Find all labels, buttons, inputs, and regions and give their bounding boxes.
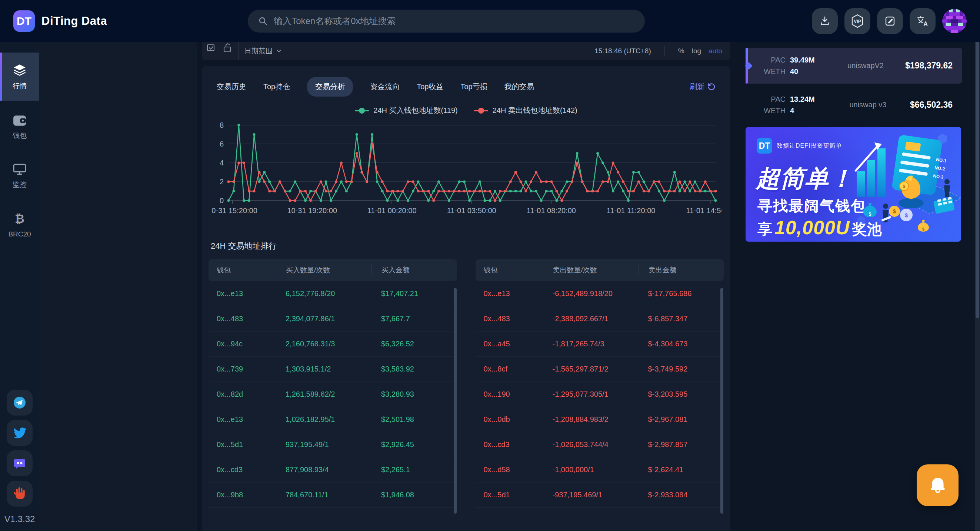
svg-text:10-31 19:20:00: 10-31 19:20:00 bbox=[287, 206, 337, 215]
svg-text:2: 2 bbox=[220, 178, 224, 186]
tab-3[interactable]: 资金流向 bbox=[370, 77, 399, 97]
avatar[interactable] bbox=[942, 9, 967, 33]
table-row[interactable]: 0x...0db-1,208,884.983/2$-2,967.081 bbox=[476, 407, 724, 432]
tab-6[interactable]: 我的交易 bbox=[504, 77, 534, 97]
promo-banner[interactable]: DT 数据让DEFI投资更简单 超简单！ 寻找最阔气钱包 享10,000U奖池 … bbox=[746, 127, 961, 242]
svg-text:10-31 15:20:00: 10-31 15:20:00 bbox=[212, 206, 258, 215]
svg-text:$: $ bbox=[893, 208, 896, 214]
tab-1[interactable]: Top持仓 bbox=[263, 77, 290, 97]
trend-chart[interactable]: 0246810-31 15:20:0010-31 19:20:0011-01 0… bbox=[212, 120, 721, 217]
token-search[interactable] bbox=[248, 10, 645, 33]
telegram-button[interactable] bbox=[7, 390, 33, 415]
token-amount: 4 bbox=[790, 105, 794, 117]
token-amount: 40 bbox=[790, 66, 798, 77]
legend-sell[interactable]: 24H 卖出钱包地址数(142) bbox=[474, 105, 578, 116]
table-row[interactable]: 0x...d58-1,000,000/1$-2,624.41 bbox=[476, 457, 724, 482]
token-symbol: PAC bbox=[761, 54, 786, 66]
tab-2[interactable]: 交易分析 bbox=[307, 77, 353, 97]
legend-marker-green bbox=[355, 108, 369, 114]
table-row[interactable]: 0x...94c2,160,768.31/3$6,326.52 bbox=[208, 331, 457, 357]
tab-0[interactable]: 交易历史 bbox=[217, 77, 246, 97]
clock[interactable]: 15:18:46 (UTC+8) bbox=[595, 47, 651, 55]
pool-item-uniswapv3[interactable]: PAC13.24M WETH4 uniswap v3 $66,502.36 bbox=[746, 87, 962, 123]
sidebar-item-label: 行情 bbox=[13, 81, 27, 91]
table-header: 钱包买入数量/次数买入金额 bbox=[208, 259, 457, 281]
sidebar-item-market[interactable]: 行情 bbox=[0, 52, 39, 101]
table-cell: -937,195.469/1 bbox=[543, 491, 638, 499]
table-row[interactable]: 0x...4832,394,077.86/1$7,667.7 bbox=[208, 306, 457, 331]
table-cell: $-2,967.081 bbox=[638, 415, 724, 424]
legend-buy[interactable]: 24H 买入钱包地址数(119) bbox=[355, 105, 457, 116]
table-cell: $2,926.45 bbox=[371, 440, 457, 449]
refresh-icon bbox=[707, 83, 716, 91]
chart-toolbar: 日期范围 15:18:46 (UTC+8) % log auto bbox=[202, 42, 730, 60]
table-cell: 6,152,776.8/20 bbox=[276, 289, 371, 298]
feedback-button[interactable] bbox=[877, 8, 903, 34]
table-cell: $2,501.98 bbox=[371, 415, 457, 424]
pool-value: $198,379.62 bbox=[905, 61, 953, 71]
table-cell: $17,407.21 bbox=[371, 289, 457, 298]
table-cell: -1,295,077.305/1 bbox=[543, 390, 638, 398]
table-cell: -1,817,265.74/3 bbox=[543, 340, 638, 348]
vip-button[interactable]: VIP bbox=[845, 8, 870, 34]
svg-text:0: 0 bbox=[220, 197, 224, 204]
svg-text:$: $ bbox=[905, 212, 908, 218]
log-scale-button[interactable]: log bbox=[692, 47, 701, 55]
edit-icon bbox=[884, 15, 896, 27]
twitter-button[interactable] bbox=[7, 420, 33, 446]
table-cell: 877,908.93/4 bbox=[276, 466, 371, 474]
discord-button[interactable] bbox=[7, 450, 33, 476]
table-row[interactable]: 0x...8cf-1,565,297.871/2$-3,749.592 bbox=[476, 357, 724, 382]
refresh-button[interactable]: 刷新 bbox=[690, 82, 716, 92]
table-row[interactable]: 0x...cd3877,908.93/4$2,265.1 bbox=[208, 457, 457, 482]
table-cell: 0x...cd3 bbox=[217, 466, 276, 474]
table-cell: $-2,987.857 bbox=[638, 440, 724, 449]
svg-text:₿: ₿ bbox=[15, 212, 24, 225]
date-range-button[interactable]: 日期范围 bbox=[245, 46, 282, 56]
table-row[interactable]: 0x...e13-6,152,489.918/20$-17,765.686 bbox=[476, 281, 724, 306]
table-row[interactable]: 0x...cd3-1,026,053.744/4$-2,987.857 bbox=[476, 432, 724, 457]
table-row[interactable]: 0x...483-2,388,092.667/1$-6,857.347 bbox=[476, 306, 724, 331]
table-row[interactable]: 0x...9b8784,670.11/1$1,946.08 bbox=[208, 482, 457, 508]
sell-ranking-table: 钱包卖出数量/次数卖出金额 0x...e13-6,152,489.918/20$… bbox=[476, 259, 724, 508]
search-input[interactable] bbox=[274, 16, 635, 26]
pool-value: $66,502.36 bbox=[910, 100, 953, 110]
lock-icon[interactable] bbox=[223, 43, 232, 54]
table-row[interactable]: 0x...e136,152,776.8/20$17,407.21 bbox=[208, 281, 457, 306]
percent-scale-button[interactable]: % bbox=[678, 47, 684, 55]
table-row[interactable]: 0x...e131,026,182.95/1$2,501.98 bbox=[208, 407, 457, 432]
screenshot-icon[interactable] bbox=[206, 43, 216, 54]
tab-5[interactable]: Top亏损 bbox=[461, 77, 487, 97]
language-button[interactable]: A bbox=[910, 8, 935, 34]
sidebar-item-wallet[interactable]: 钱包 bbox=[0, 106, 39, 149]
table-scrollbar[interactable] bbox=[721, 288, 723, 514]
sidebar-item-label: 钱包 bbox=[13, 131, 27, 141]
twitter-icon bbox=[13, 426, 27, 439]
table-cell: -6,152,489.918/20 bbox=[543, 289, 638, 298]
app-logo[interactable]: DT bbox=[13, 10, 35, 32]
svg-text:$: $ bbox=[922, 227, 924, 231]
chevron-down-icon bbox=[276, 49, 282, 53]
pool-item-uniswapv2[interactable]: PAC39.49M WETH40 uniswapV2 $198,379.62 bbox=[746, 48, 962, 84]
search-icon bbox=[258, 16, 268, 26]
table-row[interactable]: 0x...a45-1,817,265.74/3$-4,304.673 bbox=[476, 331, 724, 357]
table-row[interactable]: 0x...190-1,295,077.305/1$-3,203.595 bbox=[476, 382, 724, 407]
tab-4[interactable]: Top收益 bbox=[417, 77, 443, 97]
sidebar-item-brc20[interactable]: ₿ BRC20 bbox=[0, 203, 39, 246]
table-row[interactable]: 0x...7391,303,915.1/2$3,583.92 bbox=[208, 357, 457, 382]
app-title[interactable]: DiTing Data bbox=[41, 14, 107, 28]
table-cell: 0x...94c bbox=[217, 340, 276, 348]
page-scrollbar[interactable] bbox=[975, 0, 980, 531]
table-row[interactable]: 0x...5d1937,195.49/1$2,926.45 bbox=[208, 432, 457, 457]
hand-button[interactable] bbox=[7, 481, 33, 507]
table-row[interactable]: 0x...82d1,261,589.62/2$3,280.93 bbox=[208, 382, 457, 407]
table-row[interactable]: 0x...5d1-937,195.469/1$-2,933.084 bbox=[476, 482, 724, 508]
notification-bell-button[interactable] bbox=[917, 464, 959, 506]
scrollbar-thumb[interactable] bbox=[975, 0, 979, 318]
analysis-panel: 交易历史Top持仓交易分析资金流向Top收益Top亏损我的交易 刷新 24H 买… bbox=[202, 66, 730, 531]
download-button[interactable] bbox=[812, 8, 838, 34]
table-cell: 2,160,768.31/3 bbox=[276, 340, 371, 348]
sidebar-item-monitor[interactable]: 监控 bbox=[0, 155, 39, 198]
table-scrollbar[interactable] bbox=[454, 288, 457, 514]
auto-scale-button[interactable]: auto bbox=[708, 47, 722, 55]
